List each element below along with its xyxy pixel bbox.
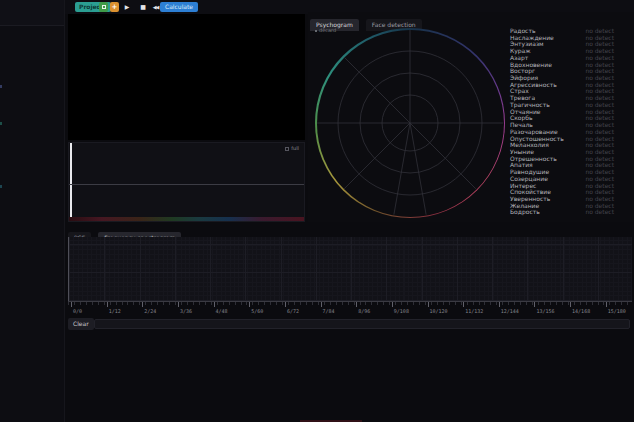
- waveform-panel[interactable]: full: [68, 142, 305, 222]
- play-button[interactable]: ▶: [122, 2, 132, 12]
- sidebar-speck: [0, 122, 2, 125]
- axis-tick-label: 3/36: [180, 308, 192, 314]
- axis-tick-label: 4/48: [216, 308, 228, 314]
- polar-grid: [315, 28, 505, 218]
- axis-tick: [392, 302, 393, 307]
- axis-tick: [534, 302, 535, 307]
- axis-tick-label: 8/96: [358, 308, 370, 314]
- psychogram-panel: Psychogram Face detection decard: [308, 12, 634, 222]
- axis-tick: [71, 302, 72, 307]
- axis-tick-label: 7/84: [323, 308, 335, 314]
- clear-button[interactable]: Clear: [68, 318, 94, 330]
- sidebar: [0, 0, 65, 422]
- axis-tick: [356, 302, 357, 307]
- full-label: full: [291, 145, 299, 151]
- stop-button[interactable]: ■: [138, 2, 148, 12]
- axis-tick-label: 1/12: [109, 308, 121, 314]
- axis-tick-label: 6/72: [287, 308, 299, 314]
- axis-tick-label: 15/180: [608, 308, 626, 314]
- waveform-rainbow-strip: [69, 217, 304, 221]
- axis-tick-label: 9/108: [394, 308, 409, 314]
- axis-minor-ticks: [68, 302, 632, 305]
- rewind-icon: ◀◀: [153, 4, 159, 10]
- axis-tick: [570, 302, 571, 307]
- axis-tick: [321, 302, 322, 307]
- axis-tick-label: 0/0: [73, 308, 82, 314]
- axis-tick: [107, 302, 108, 307]
- play-icon: ▶: [125, 3, 130, 10]
- emotion-value: no detect: [585, 209, 614, 216]
- axis-tick: [499, 302, 500, 307]
- axis-tick: [249, 302, 250, 307]
- waveform-midline: [69, 184, 304, 185]
- playhead[interactable]: [70, 143, 72, 221]
- axis-tick-label: 12/144: [501, 308, 519, 314]
- emotion-row: Бодростьno detect: [510, 209, 614, 216]
- spectrogram-grid[interactable]: [68, 237, 632, 301]
- sidebar-speck: [0, 185, 2, 188]
- emotion-list: Радостьno detectНаслаждениеno detectЭнту…: [510, 28, 614, 216]
- stop-icon: ■: [140, 3, 146, 10]
- axis-tick-label: 11/132: [465, 308, 483, 314]
- add-button[interactable]: +: [110, 2, 119, 12]
- axis-tick-label: 14/168: [572, 308, 590, 314]
- app-window: Projects + ▶ ■ ◀◀ Calculate full Psychog…: [0, 0, 634, 422]
- axis-tick-label: 10/120: [430, 308, 448, 314]
- plus-icon: +: [112, 3, 118, 11]
- time-axis: 0/01/122/243/364/485/606/727/848/969/108…: [68, 301, 632, 317]
- emotion-label: Бодрость: [510, 209, 540, 216]
- screenshot-button[interactable]: [99, 2, 108, 12]
- axis-tick: [606, 302, 607, 307]
- full-checkbox[interactable]: full: [285, 145, 299, 151]
- video-preview: [68, 14, 305, 140]
- axis-tick: [285, 302, 286, 307]
- axis-tick: [428, 302, 429, 307]
- axis-tick: [214, 302, 215, 307]
- axis-tick: [178, 302, 179, 307]
- clear-progress-bar: [94, 319, 630, 329]
- axis-tick-label: 5/60: [251, 308, 263, 314]
- calculate-button[interactable]: Calculate: [160, 2, 198, 12]
- psychogram-polar-chart: [315, 28, 505, 218]
- axis-tick-label: 2/24: [144, 308, 156, 314]
- sidebar-header: [0, 0, 64, 26]
- axis-tick: [142, 302, 143, 307]
- axis-tick-label: 13/156: [536, 308, 554, 314]
- axis-tick: [463, 302, 464, 307]
- checkbox-icon: [285, 147, 289, 151]
- sidebar-speck: [0, 85, 2, 88]
- frame-icon: [102, 5, 106, 9]
